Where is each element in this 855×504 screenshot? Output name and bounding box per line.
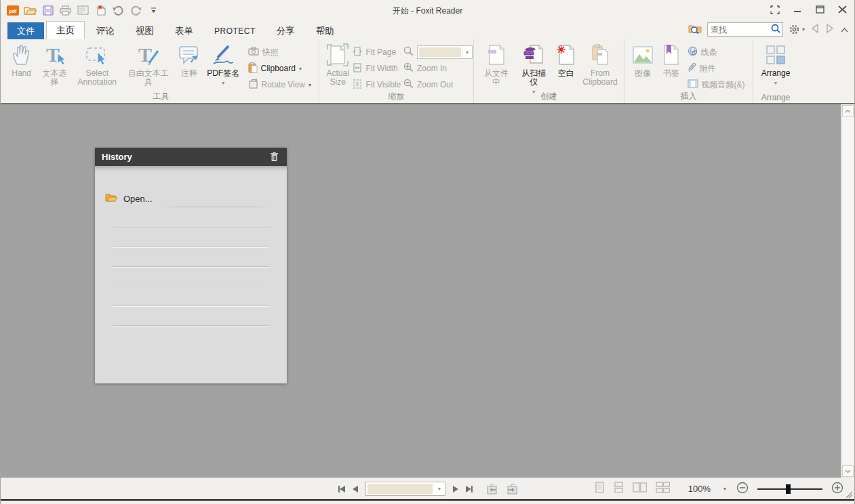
scroll-up-button[interactable] [842, 105, 854, 117]
clipboard-dropdown-icon[interactable]: ▾ [299, 66, 302, 72]
create-group-label: 创建 [474, 91, 624, 102]
zoom-in-circle-button[interactable] [831, 482, 843, 497]
zoom-level-dropdown-icon[interactable]: ▾ [462, 49, 472, 56]
page-number-value[interactable] [367, 484, 433, 494]
tab-protect[interactable]: PROTECT [205, 22, 265, 39]
tab-view[interactable]: 视图 [126, 22, 163, 39]
rotate-view-dropdown-icon[interactable]: ▾ [309, 82, 311, 88]
fullscreen-icon[interactable] [770, 5, 780, 14]
minimize-icon[interactable] [792, 5, 803, 14]
text-select-button[interactable]: T 文本选择 [36, 41, 73, 88]
nav-forward-icon[interactable] [825, 24, 835, 36]
restore-icon[interactable] [814, 5, 825, 14]
insert-bookmark-button[interactable]: 书签 [658, 41, 685, 79]
insert-group-label: 插入 [624, 91, 753, 102]
select-annotation-icon [85, 43, 108, 67]
free-text-button[interactable]: T 自由文本工具 [121, 41, 176, 88]
clipboard-button[interactable]: Clipboard ▾ [248, 60, 316, 77]
zoom-magnifier-icon [403, 46, 414, 58]
zoom-percent-dropdown-icon[interactable]: ▾ [723, 486, 726, 492]
create-from-clipboard-label: From Clipboard [582, 69, 617, 87]
page-number-combobox[interactable]: ▾ [365, 482, 445, 496]
single-page-view-button[interactable] [595, 482, 605, 496]
history-empty-row [113, 228, 269, 247]
vertical-scrollbar[interactable] [841, 104, 854, 478]
zoom-out-circle-button[interactable] [736, 482, 749, 497]
first-page-button[interactable] [338, 483, 345, 495]
text-select-icon: T [44, 43, 66, 67]
last-page-button[interactable] [466, 483, 473, 495]
insert-attachment-button[interactable]: 附件 [688, 60, 749, 77]
zoom-slider[interactable] [757, 484, 822, 494]
collapse-ribbon-icon[interactable] [840, 24, 849, 36]
media-film-icon [688, 79, 698, 90]
pdf-sign-dropdown-icon[interactable]: ▾ [222, 79, 224, 87]
previous-page-button[interactable] [353, 483, 358, 495]
tab-help[interactable]: 帮助 [306, 22, 344, 39]
fit-width-button[interactable]: Fit Width [353, 60, 403, 77]
continuous-view-button[interactable] [614, 482, 624, 496]
tab-home[interactable]: 主页 [46, 21, 85, 39]
history-empty-row [113, 287, 269, 306]
hand-tool-button[interactable]: Hand [7, 41, 36, 79]
zoom-level-value[interactable] [419, 47, 461, 57]
nav-back-icon[interactable] [810, 24, 820, 36]
zoom-in-button[interactable]: Zoom In [403, 60, 470, 77]
close-icon[interactable] [837, 5, 848, 14]
insert-image-button[interactable]: 图像 [628, 41, 658, 79]
create-blank-button[interactable]: ✳ 空白 [552, 41, 580, 79]
comment-icon [178, 43, 200, 67]
ribbon-group-tools: Hand T 文本选择 Select Annotation T 自由文本工具 [3, 39, 319, 103]
zoom-slider-thumb[interactable] [786, 484, 791, 494]
tab-file[interactable]: 文件 [7, 22, 44, 39]
attachment-icon [688, 62, 696, 75]
next-page-button[interactable] [453, 483, 458, 495]
continuous-facing-view-button[interactable] [656, 482, 670, 496]
search-input[interactable] [708, 25, 771, 35]
fit-width-label: Fit Width [365, 64, 397, 73]
create-from-file-button[interactable]: 从文件中 [477, 41, 515, 88]
create-from-scanner-button[interactable]: 从扫描仪 ▾ [515, 41, 552, 98]
zoom-combo-row: ▾ [403, 44, 470, 60]
actual-size-button[interactable]: Actual Size [323, 41, 353, 88]
tab-form[interactable]: 表单 [165, 22, 203, 39]
previous-view-button[interactable] [485, 483, 498, 495]
insert-small-column: 线条 附件 视频音频(&) [685, 41, 749, 93]
chevron-down-icon [845, 469, 851, 474]
window-title: 开始 - Foxit Reader [1, 5, 854, 17]
select-annotation-button[interactable]: Select Annotation [73, 41, 121, 88]
clear-history-button[interactable] [266, 150, 281, 164]
from-clipboard-icon [591, 43, 610, 67]
scroll-down-button[interactable] [842, 465, 854, 477]
tab-comment[interactable]: 评论 [87, 22, 124, 39]
page-number-dropdown-icon[interactable]: ▾ [434, 486, 445, 492]
tab-share[interactable]: 分享 [267, 22, 304, 39]
history-empty-row [113, 326, 269, 345]
settings-gear-icon[interactable]: ▾ [789, 24, 805, 35]
snapshot-button[interactable]: 快照 [248, 44, 316, 60]
pdf-sign-button[interactable]: PDF签名 ▾ [203, 41, 244, 89]
arrange-dropdown-icon[interactable]: ▾ [774, 79, 777, 87]
insert-bookmark-label: 书签 [663, 69, 679, 78]
search-folder-icon[interactable] [688, 23, 702, 37]
next-view-button[interactable] [506, 483, 519, 495]
chevron-up-icon [845, 109, 851, 113]
fit-visible-label: Fit Visible [365, 80, 401, 89]
history-panel-title: History [102, 152, 132, 162]
settings-dropdown-icon[interactable]: ▾ [802, 26, 805, 33]
arrange-button[interactable]: Arrange ▾ [757, 41, 795, 89]
fit-page-button[interactable]: Fit Page [353, 44, 403, 60]
ribbon: Hand T 文本选择 Select Annotation T 自由文本工具 [1, 39, 854, 103]
zoom-in-icon [403, 62, 414, 75]
note-button[interactable]: 注释 [176, 41, 203, 79]
zoom-level-combobox[interactable]: ▾ [417, 45, 473, 59]
search-icon[interactable] [771, 24, 782, 36]
zoom-percent-value[interactable]: 100% [688, 484, 711, 494]
history-open-item[interactable]: Open... [95, 189, 287, 208]
history-panel-header[interactable]: History [95, 148, 287, 166]
create-from-clipboard-button[interactable]: From Clipboard [580, 41, 620, 88]
facing-view-button[interactable] [633, 482, 647, 496]
trash-icon [270, 152, 279, 162]
insert-link-button[interactable]: 线条 [688, 44, 749, 60]
resize-grip[interactable] [845, 489, 853, 497]
